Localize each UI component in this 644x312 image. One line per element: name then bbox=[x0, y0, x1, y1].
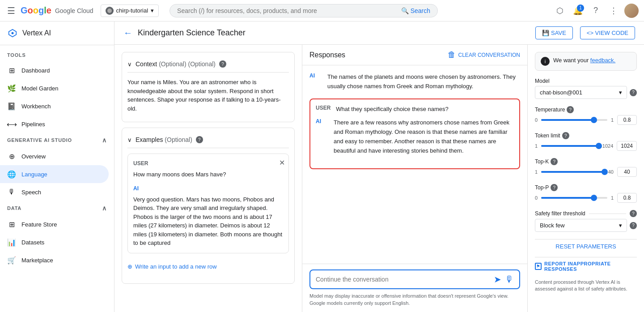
model-section: Model chat-bison@001 ▾ ? bbox=[535, 78, 637, 99]
topk-label: Top-K ? bbox=[535, 158, 637, 165]
temperature-value: 0.8 bbox=[617, 115, 637, 125]
topp-section: Top-P ? 0 1 0.8 bbox=[535, 184, 637, 203]
token-help-icon[interactable]: ? bbox=[562, 132, 569, 139]
context-accordion-header[interactable]: ∨ Context (Optional) (Optional) ? bbox=[127, 56, 289, 73]
info-icon: i bbox=[541, 57, 550, 66]
help-icon[interactable]: ? bbox=[589, 4, 603, 18]
reset-parameters-button[interactable]: RESET PARAMETERS bbox=[535, 239, 637, 253]
content-note: Content processed through Vertex AI is a… bbox=[535, 279, 637, 293]
continue-input-area: ➤ 🎙 Model may display inaccurate or offe… bbox=[302, 264, 527, 312]
datasets-label: Datasets bbox=[21, 239, 44, 246]
examples-title: Examples (Optional) bbox=[136, 136, 192, 143]
context-help-icon[interactable]: ? bbox=[219, 60, 226, 68]
topk-value: 40 bbox=[617, 167, 637, 177]
view-code-button[interactable]: <> VIEW CODE bbox=[580, 26, 635, 39]
topk-slider-track[interactable] bbox=[541, 171, 605, 173]
cloud-shell-icon[interactable]: ⬡ bbox=[553, 4, 567, 18]
data-collapse-icon[interactable]: ∧ bbox=[102, 205, 107, 212]
speech-label: Speech bbox=[21, 189, 41, 196]
sidebar-item-overview[interactable]: ⊕ Overview bbox=[0, 147, 109, 165]
ai-exchange-label: AI bbox=[316, 118, 328, 155]
example-user-label: USER bbox=[133, 159, 283, 167]
search-input[interactable] bbox=[177, 7, 401, 14]
report-inappropriate-button[interactable]: ⚑ REPORT INAPPROPRIATE RESPONSES bbox=[535, 257, 637, 275]
workbench-icon: 📓 bbox=[7, 102, 16, 111]
token-slider-thumb[interactable] bbox=[596, 143, 602, 149]
topp-help-icon[interactable]: ? bbox=[551, 184, 558, 191]
safety-filter-select[interactable]: Block few ▾ bbox=[535, 219, 627, 232]
examples-help-icon[interactable]: ? bbox=[196, 136, 203, 143]
topp-slider-thumb[interactable] bbox=[591, 195, 597, 201]
sidebar-item-speech[interactable]: 🎙 Speech bbox=[0, 183, 109, 201]
safety-filter-help-icon[interactable]: ? bbox=[630, 222, 637, 229]
dashboard-label: Dashboard bbox=[21, 67, 50, 74]
topp-slider-track[interactable] bbox=[541, 197, 607, 199]
temperature-help-icon[interactable]: ? bbox=[567, 106, 574, 113]
project-dot-icon bbox=[106, 7, 114, 15]
sidebar-item-dashboard[interactable]: ⊞ Dashboard bbox=[0, 61, 109, 79]
search-icon: 🔍 bbox=[401, 7, 409, 14]
header-actions: 💾 SAVE <> VIEW CODE bbox=[535, 26, 635, 39]
send-icon[interactable]: ➤ bbox=[494, 274, 501, 285]
temperature-min: 0 bbox=[535, 117, 538, 123]
feedback-link[interactable]: feedback. bbox=[590, 57, 615, 64]
model-select[interactable]: chat-bison@001 ▾ bbox=[535, 86, 627, 99]
notifications-icon[interactable]: 🔔 1 bbox=[571, 4, 585, 18]
temperature-slider-track[interactable] bbox=[541, 119, 607, 121]
sidebar-item-feature-store[interactable]: ⊞ Feature Store bbox=[0, 215, 109, 233]
topk-help-icon[interactable]: ? bbox=[551, 158, 558, 165]
sidebar-item-marketplace[interactable]: 🛒 Marketplace bbox=[0, 251, 109, 269]
user-exchange-text: What they specifically choice these name… bbox=[336, 105, 448, 114]
svg-point-1 bbox=[12, 32, 14, 34]
tools-section-label: TOOLS bbox=[0, 45, 114, 61]
feedback-banner: i We want your feedback. bbox=[535, 52, 637, 71]
collapse-icon[interactable]: ∧ bbox=[102, 137, 107, 144]
sidebar-item-language[interactable]: 🌐 Language bbox=[0, 165, 109, 183]
workbench-label: Workbench bbox=[21, 103, 51, 110]
topk-slider-thumb[interactable] bbox=[602, 169, 608, 175]
safety-select-row: Block few ▾ ? bbox=[535, 219, 637, 232]
example-close-button[interactable]: ✕ bbox=[279, 158, 285, 168]
pipelines-icon: ⟷ bbox=[7, 120, 16, 128]
model-garden-icon: 🌿 bbox=[7, 84, 16, 93]
ai-exchange-row: AI There are a few reasons why astronome… bbox=[316, 118, 514, 155]
pipelines-label: Pipelines bbox=[21, 121, 45, 128]
speech-icon: 🎙 bbox=[7, 188, 16, 197]
continue-input-box[interactable]: ➤ 🎙 bbox=[309, 269, 520, 289]
add-row-button[interactable]: ⊕ Write an input to add a new row bbox=[127, 259, 289, 275]
context-chevron-icon: ∨ bbox=[127, 61, 132, 68]
feedback-text: We want your feedback. bbox=[553, 57, 615, 64]
model-help-icon[interactable]: ? bbox=[630, 89, 637, 96]
topp-slider-fill bbox=[541, 197, 594, 199]
language-label: Language bbox=[21, 171, 47, 178]
clear-conversation-button[interactable]: 🗑 CLEAR CONVERSATION bbox=[448, 50, 520, 60]
user-avatar[interactable] bbox=[624, 4, 639, 18]
project-selector[interactable]: chirp-tutorial ▾ bbox=[101, 4, 159, 17]
highlighted-exchange: USER What they specifically choice these… bbox=[309, 98, 520, 169]
hamburger-menu[interactable]: ☰ bbox=[5, 4, 17, 18]
temperature-slider-thumb[interactable] bbox=[591, 117, 597, 123]
more-options-icon[interactable]: ⋮ bbox=[606, 4, 621, 18]
save-button[interactable]: 💾 SAVE bbox=[535, 26, 573, 39]
sidebar-item-datasets[interactable]: 📊 Datasets bbox=[0, 233, 109, 251]
responses-title: Responses bbox=[309, 51, 345, 59]
topp-slider-row: 0 1 0.8 bbox=[535, 193, 637, 203]
example-user-text: How many moons does Mars have? bbox=[133, 170, 283, 179]
safety-help-icon[interactable]: ? bbox=[630, 210, 637, 217]
examples-accordion-header[interactable]: ∨ Examples (Optional) ? bbox=[127, 132, 289, 148]
back-button[interactable]: ← bbox=[123, 28, 132, 38]
sidebar-item-workbench[interactable]: 📓 Workbench bbox=[0, 97, 109, 115]
dashboard-icon: ⊞ bbox=[7, 66, 16, 75]
search-bar[interactable]: 🔍 Search bbox=[169, 4, 438, 17]
microphone-icon[interactable]: 🎙 bbox=[505, 274, 514, 285]
data-section: DATA ∧ bbox=[0, 201, 114, 215]
token-slider-track[interactable] bbox=[541, 145, 599, 147]
sidebar-item-pipelines[interactable]: ⟷ Pipelines bbox=[0, 115, 109, 133]
safety-label: Safety filter threshold ? bbox=[535, 210, 637, 217]
sidebar-item-model-garden[interactable]: 🌿 Model Garden bbox=[0, 79, 109, 97]
overview-icon: ⊕ bbox=[7, 152, 16, 161]
continue-conversation-input[interactable] bbox=[316, 276, 490, 283]
temperature-max: 1 bbox=[611, 117, 614, 123]
main-content: ← Kindergarten Science Teacher 💾 SAVE <>… bbox=[114, 21, 644, 312]
search-button[interactable]: 🔍 Search bbox=[401, 7, 430, 14]
